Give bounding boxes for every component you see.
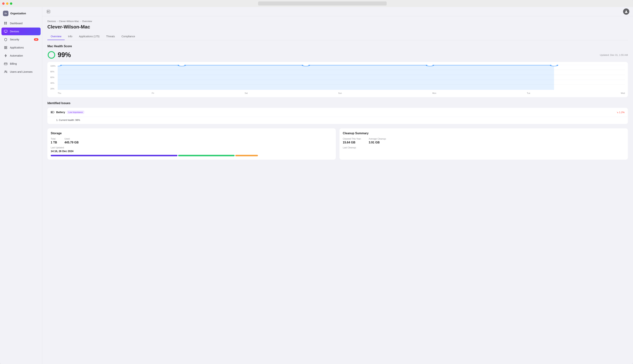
cleanup-cleaned-value: 15.64 GB [343, 141, 361, 144]
issue-battery-header[interactable]: Battery Low Importance ↘ 1.2% [48, 108, 628, 116]
user-avatar[interactable] [623, 8, 629, 15]
url-bar[interactable] [258, 2, 387, 6]
svg-rect-1 [6, 22, 7, 23]
tab-overview[interactable]: Overview [48, 33, 65, 40]
svg-rect-4 [4, 30, 7, 32]
breadcrumb-current: Overview [82, 20, 92, 22]
sidebar-item-applications[interactable]: Applications [2, 44, 40, 52]
grid-icon [4, 21, 8, 25]
sidebar-item-billing[interactable]: Billing [2, 60, 40, 68]
sidebar-item-devices-label: Devices [10, 30, 19, 33]
issue-battery-importance: Low Importance [67, 110, 84, 114]
svg-point-5 [4, 46, 6, 48]
svg-rect-0 [4, 22, 5, 23]
sidebar: Or Organization Dashboard [0, 7, 42, 364]
collapse-sidebar-button[interactable] [46, 9, 51, 14]
issues-section-title: Identified Issues [48, 102, 628, 105]
health-score-value: 99% [58, 51, 71, 59]
svg-point-12 [626, 10, 627, 12]
svg-point-6 [6, 46, 7, 48]
storage-total-label: Total: [51, 138, 57, 140]
sidebar-item-billing-label: Billing [10, 62, 17, 65]
org-name: Organization [10, 12, 26, 15]
storage-bar-segment-2 [178, 155, 234, 156]
storage-bar-segment-3 [235, 155, 258, 156]
tab-threats[interactable]: Threats [103, 33, 118, 40]
billing-icon [4, 62, 8, 66]
page-title: Clever-Wilson-Mac [48, 24, 628, 30]
updated-timestamp: Updated: Dec 31, 1:55 AM [600, 54, 628, 56]
chart-svg [58, 65, 625, 90]
breadcrumb: Devices › Clever-Wilson-Mac › Overview [48, 20, 628, 22]
cleanup-cleaned-label: Cleaned This Year: [343, 138, 361, 140]
sidebar-item-users[interactable]: Users and Licenses [2, 68, 40, 76]
lightning-icon [4, 54, 8, 58]
cleanup-stats-row: Cleaned This Year: 15.64 GB Average Clea… [343, 138, 624, 144]
identified-issues-section: Identified Issues Battery [48, 102, 628, 124]
storage-stats-row: Total: 1 TB Used: 445.79 GB [51, 138, 332, 144]
sidebar-item-applications-label: Applications [10, 46, 24, 49]
storage-updated-value: 14:16, 26 Dec 2024 [51, 150, 332, 152]
breadcrumb-devices[interactable]: Devices [48, 20, 56, 22]
minimize-dot[interactable] [6, 2, 8, 5]
score-ring [48, 51, 56, 59]
svg-point-20 [58, 65, 61, 66]
issue-battery-left: Battery Low Importance [51, 110, 84, 114]
svg-point-24 [550, 65, 558, 66]
storage-total-value: 1 TB [51, 141, 57, 144]
storage-used: Used: 445.79 GB [64, 138, 78, 144]
close-dot[interactable] [2, 2, 4, 5]
sidebar-item-dashboard[interactable]: Dashboard [2, 20, 40, 27]
storage-used-label: Used: [64, 138, 78, 140]
storage-card: Storage Total: 1 TB Used: 445.79 GB Last… [48, 128, 336, 160]
storage-last-updated: Last Updated: 14:16, 26 Dec 2024 [51, 146, 332, 152]
issue-battery-name: Battery [56, 111, 65, 114]
tab-info[interactable]: Info [65, 33, 76, 40]
svg-point-22 [302, 65, 310, 66]
sidebar-item-dashboard-label: Dashboard [10, 22, 22, 25]
storage-bar [51, 155, 332, 156]
topbar [42, 7, 633, 16]
storage-used-value: 445.79 GB [64, 141, 78, 144]
chart-area: 100% 80% 60% 40% 20% [50, 65, 625, 94]
tab-applications[interactable]: Applications (175) [76, 33, 103, 40]
cleanup-card: Cleanup Summary Cleaned This Year: 15.64… [340, 128, 628, 160]
chart-inner [58, 65, 625, 90]
issue-battery-body: 1. Current health: 98% [48, 116, 628, 124]
svg-rect-2 [4, 23, 5, 24]
svg-point-7 [4, 48, 6, 49]
sidebar-item-automation[interactable]: Automation [2, 52, 40, 60]
health-chart: 100% 80% 60% 40% 20% [48, 62, 628, 97]
breadcrumb-device-name[interactable]: Clever-Wilson-Mac [59, 20, 79, 22]
sidebar-nav: Dashboard Devices Sec [0, 20, 42, 76]
svg-rect-9 [4, 63, 7, 65]
cleanup-avg-label: Average Cleanup: [369, 138, 386, 140]
users-icon [4, 70, 8, 74]
cleanup-average: Average Cleanup: 3.91 GB [369, 138, 386, 144]
health-section-title: Mac Health Score [48, 45, 628, 48]
sidebar-item-automation-label: Automation [10, 54, 23, 57]
issue-battery-score: ↘ 1.2% [616, 111, 624, 114]
cleanup-title: Cleanup Summary [343, 132, 624, 135]
health-score-left: 99% [48, 51, 71, 59]
maximize-dot[interactable] [10, 2, 12, 5]
chart-y-labels: 100% 80% 60% 40% 20% [50, 65, 58, 90]
storage-updated-label: Last Updated: [51, 146, 332, 149]
security-badge: 34 [34, 38, 38, 41]
issue-card-battery: Battery Low Importance ↘ 1.2% 1. Current… [48, 108, 628, 124]
cleanup-last-label: Last Cleanup: [343, 146, 624, 149]
breadcrumb-sep-2: › [80, 20, 81, 22]
sidebar-item-devices[interactable]: Devices [2, 28, 40, 35]
org-avatar: Or [3, 11, 8, 16]
svg-rect-3 [6, 23, 7, 24]
cleanup-last-cleanup: Last Cleanup: [343, 146, 624, 149]
cleanup-avg-value: 3.91 GB [369, 141, 386, 144]
tab-compliance[interactable]: Compliance [118, 33, 138, 40]
svg-point-10 [5, 71, 6, 72]
content-area: Devices › Clever-Wilson-Mac › Overview C… [42, 16, 633, 364]
apps-icon [4, 46, 8, 50]
svg-rect-26 [54, 112, 54, 113]
cleanup-cleaned: Cleaned This Year: 15.64 GB [343, 138, 361, 144]
bottom-grid: Storage Total: 1 TB Used: 445.79 GB Last… [48, 128, 628, 160]
sidebar-item-security[interactable]: Security 34 [2, 36, 40, 43]
